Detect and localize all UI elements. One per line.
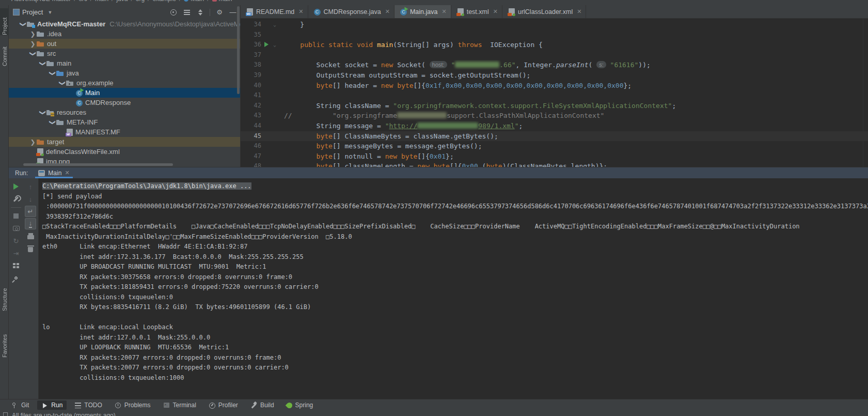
tree-horizontal-scrollbar[interactable] (23, 163, 173, 166)
code-line-46[interactable]: 46 byte[] messageBytes = message.getByte… (241, 141, 868, 151)
soft-wrap-icon[interactable]: ↵ (25, 206, 36, 217)
chevron-right-icon[interactable]: ❯ (29, 139, 36, 145)
code-line-34[interactable]: 34⌄ } (241, 20, 868, 30)
tool-window-button-structure[interactable]: Structure (0, 279, 9, 311)
bottom-tool-button-spring[interactable]: Spring (282, 400, 318, 410)
code-line-39[interactable]: 39 OutputStream outputStream = socket.ge… (241, 70, 868, 81)
close-icon[interactable]: ✕ (577, 8, 581, 15)
code-line-44[interactable]: 44 String message = "http://989/1.xml"; (241, 121, 868, 131)
chevron-down-icon[interactable]: ❯ (50, 119, 56, 126)
chevron-down-icon[interactable]: ❯ (20, 21, 26, 27)
code-line-37[interactable]: 37 (241, 50, 868, 60)
code-line-48[interactable]: 48 byte[] classNameLength = new byte[]{0… (241, 161, 868, 167)
chevron-down-icon[interactable]: ❯ (59, 80, 66, 86)
layout-icon[interactable] (10, 260, 22, 271)
edit-configuration-icon[interactable] (10, 193, 22, 205)
project-view-selector[interactable]: Project ▼ (13, 8, 52, 16)
tree-item-out[interactable]: ❯out (9, 39, 240, 49)
breadcrumb-part-main[interactable]: main (95, 0, 108, 3)
settings-icon[interactable]: ⚙ (215, 8, 224, 17)
chevron-right-icon[interactable]: ❯ (29, 31, 36, 37)
tree-item-java[interactable]: ❯java (9, 68, 240, 78)
scroll-to-end-icon[interactable]: ↓ (25, 218, 36, 229)
code-line-38[interactable]: 38 Socket socket = new Socket( host: ".6… (241, 60, 868, 70)
breadcrumb-part-main[interactable]: Main (191, 0, 204, 3)
code-line-35[interactable]: 35 (241, 30, 868, 40)
code-line-41[interactable]: 41 (241, 90, 868, 101)
bottom-tool-button-run[interactable]: Run (37, 400, 67, 410)
bottom-tool-button-build[interactable]: Build (246, 400, 278, 410)
close-icon[interactable]: ✕ (65, 170, 69, 176)
bottom-tool-button-problems[interactable]: Problems (111, 400, 155, 410)
tree-item-src[interactable]: ❯src (9, 49, 240, 58)
code-line-47[interactable]: 47 byte[] notnull = new byte[]{0x01}; (241, 151, 868, 162)
code-token: byte (284, 132, 333, 140)
editor-tab-main-java[interactable]: Main.java✕ (394, 5, 451, 18)
close-icon[interactable]: ✕ (385, 8, 390, 15)
code-line-42[interactable]: 42 String className = "org.springframewo… (241, 101, 868, 111)
tree-vertical-scrollbar[interactable] (237, 6, 240, 94)
expand-collapse-icon[interactable] (196, 8, 204, 17)
close-icon[interactable]: ✕ (493, 8, 498, 15)
code-editor[interactable]: 34⌄ }3536⌄ public static void main(Strin… (241, 19, 868, 167)
code-line-45[interactable]: 45 byte[] ClassNameBytes = className.get… (241, 131, 868, 142)
hide-panel-icon[interactable]: — (229, 8, 237, 17)
code-line-43[interactable]: 43// "org.springframesupport.ClassPathXm… (241, 111, 868, 121)
tree-item-main[interactable]: ❯main (9, 58, 240, 68)
breadcrumb-part-java[interactable]: java (116, 0, 128, 3)
fold-marker-icon[interactable]: ⌄ (272, 20, 278, 30)
tree-item-resources[interactable]: ❯resources (9, 107, 240, 117)
bottom-tool-button-git[interactable]: Git (7, 400, 33, 410)
tree-item-manifest-mf[interactable]: MANIFEST.MF (9, 127, 240, 137)
breadcrumb-part-example[interactable]: example (152, 0, 176, 3)
locate-icon[interactable] (169, 8, 178, 17)
breadcrumb-part-org[interactable]: org (136, 0, 145, 3)
tool-window-switcher-icon[interactable] (3, 412, 8, 416)
close-icon[interactable]: ✕ (298, 8, 303, 15)
bottom-tool-label: Terminal (173, 402, 196, 409)
bottom-tool-button-terminal[interactable]: Terminal (159, 400, 200, 410)
run-line-icon[interactable] (261, 40, 272, 50)
code-line-36[interactable]: 36⌄ public static void main(String[] arg… (241, 40, 868, 50)
pin-icon[interactable] (10, 272, 22, 284)
tree-item-meta-inf[interactable]: ❯META-INF (9, 117, 240, 127)
tool-window-button-commit[interactable]: Commit (0, 39, 9, 66)
tree-item-idea[interactable]: ❯.idea (9, 29, 240, 39)
fold-marker-icon[interactable]: ⌄ (272, 40, 278, 50)
close-icon[interactable]: ✕ (441, 8, 446, 15)
code-line-40[interactable]: 40 byte[] header = new byte[]{0x1f,0x00,… (241, 81, 868, 91)
tool-window-button-project[interactable]: Project (0, 8, 9, 35)
breadcrumb-part-main[interactable]: main (219, 0, 232, 3)
breadcrumb-path[interactable]: ActiveMqRCE-master/src/main/java/org/exa… (0, 0, 868, 3)
tree-item-org-example[interactable]: ❯org.example (9, 78, 240, 88)
collapse-all-icon[interactable] (183, 8, 191, 17)
chevron-right-icon[interactable]: ❯ (29, 41, 36, 47)
clear-all-icon[interactable] (25, 243, 36, 254)
bottom-tool-button-todo[interactable]: TODO (71, 400, 106, 410)
tool-window-button-favorites[interactable]: Favorites (0, 326, 9, 358)
editor-tab-readme-md[interactable]: README.md✕ (241, 5, 308, 18)
rerun-icon[interactable] (10, 181, 22, 192)
editor-tab-cmdresponse-java[interactable]: CMDResponse.java✕ (308, 5, 394, 18)
bottom-tool-button-profiler[interactable]: Profiler (204, 400, 242, 410)
tree-item-main[interactable]: Main (9, 88, 240, 98)
chevron-down-icon[interactable]: ❯ (30, 50, 36, 57)
chevron-down-icon[interactable]: ❯ (40, 60, 46, 67)
icon-badge (246, 12, 251, 16)
code-token: byte (284, 152, 333, 160)
print-icon[interactable] (25, 230, 36, 242)
tree-item-activemqrce-master[interactable]: ❯ActiveMqRCE-masterC:\Users\Anonymous\De… (9, 19, 240, 29)
tree-item-cmdresponse[interactable]: CMDResponse (9, 98, 240, 107)
breadcrumb-part-activemqrce-master[interactable]: ActiveMqRCE-master (11, 0, 71, 3)
editor-tab-urlclassloader-xml[interactable]: urlClassLoader.xml✕ (502, 5, 587, 18)
breadcrumb-part-src[interactable]: src (79, 0, 87, 3)
editor-tab-test-xml[interactable]: test.xml✕ (451, 5, 502, 18)
chevron-down-icon[interactable]: ❯ (50, 70, 56, 76)
tree-item-target[interactable]: ❯target (9, 137, 240, 147)
tree-item-defineclasswritefile-xml[interactable]: defineClassWriteFile.xml (9, 147, 240, 157)
bottom-tool-label: Git (21, 402, 29, 409)
chevron-down-icon[interactable]: ❯ (40, 109, 46, 116)
run-console-output[interactable]: C:\Penetration\ProgramTools\Java\jdk1.8\… (39, 178, 868, 399)
run-tab-main[interactable]: Main ✕ (35, 167, 72, 178)
active-tab-underline (35, 177, 72, 178)
